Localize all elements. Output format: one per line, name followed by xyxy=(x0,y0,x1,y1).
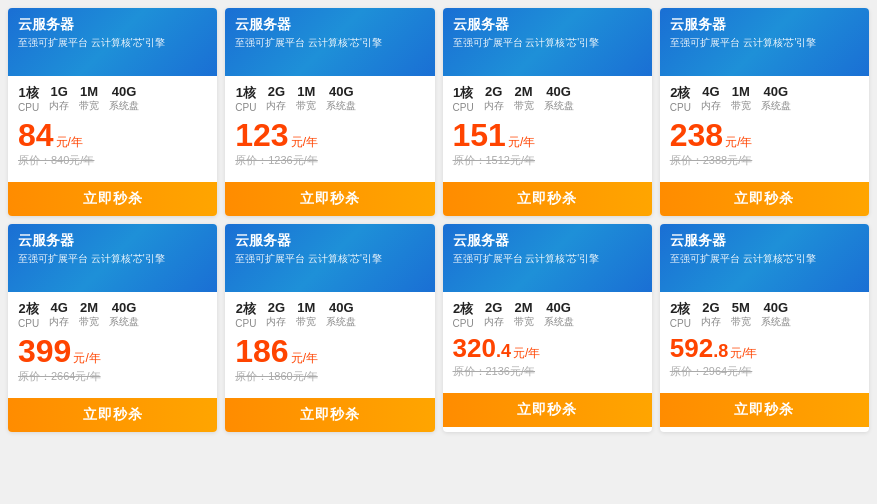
spec-label-1: 内存 xyxy=(701,99,721,113)
spec-value-3: 40G xyxy=(112,300,137,315)
spec-value-3: 40G xyxy=(112,84,137,99)
spec-item-1: 1G 内存 xyxy=(49,84,69,113)
price-main: 320 xyxy=(453,335,496,361)
card-header: 云服务器 至强可扩展平台 云计算核'芯'引擎 xyxy=(443,8,652,76)
card-body: 2核 CPU 2G 内存 2M 带宽 40G 系统盘 320 .4 元/年 原价… xyxy=(443,292,652,393)
spec-value-0: 1核 xyxy=(236,84,256,102)
card-3: 云服务器 至强可扩展平台 云计算核'芯'引擎 1核 CPU 2G 内存 2M 带… xyxy=(443,8,652,216)
card-title: 云服务器 xyxy=(453,16,642,34)
spec-label-0: CPU xyxy=(18,102,39,113)
card-body: 1核 CPU 2G 内存 1M 带宽 40G 系统盘 123 元/年 原价：12… xyxy=(225,76,434,182)
price-main: 592 xyxy=(670,335,713,361)
price-unit: 元/年 xyxy=(291,350,318,367)
original-price: 原价：2664元/年 xyxy=(18,369,207,384)
spec-item-2: 2M 带宽 xyxy=(79,300,99,329)
buy-button[interactable]: 立即秒杀 xyxy=(8,182,217,216)
price-unit: 元/年 xyxy=(508,134,535,151)
price-main: 399 xyxy=(18,335,71,367)
buy-button[interactable]: 立即秒杀 xyxy=(225,182,434,216)
original-price: 原价：1236元/年 xyxy=(235,153,424,168)
card-1: 云服务器 至强可扩展平台 云计算核'芯'引擎 1核 CPU 1G 内存 1M 带… xyxy=(8,8,217,216)
buy-button[interactable]: 立即秒杀 xyxy=(660,393,869,427)
spec-value-3: 40G xyxy=(546,84,571,99)
card-header: 云服务器 至强可扩展平台 云计算核'芯'引擎 xyxy=(660,8,869,76)
spec-item-3: 40G 系统盘 xyxy=(544,300,574,329)
spec-label-2: 带宽 xyxy=(79,99,99,113)
spec-label-2: 带宽 xyxy=(514,315,534,329)
spec-label-0: CPU xyxy=(670,102,691,113)
card-subtitle: 至强可扩展平台 云计算核'芯'引擎 xyxy=(18,36,207,50)
spec-item-2: 1M 带宽 xyxy=(296,84,316,113)
spec-item-0: 1核 CPU xyxy=(18,84,39,113)
card-header: 云服务器 至强可扩展平台 云计算核'芯'引擎 xyxy=(8,8,217,76)
spec-label-1: 内存 xyxy=(484,315,504,329)
card-header: 云服务器 至强可扩展平台 云计算核'芯'引擎 xyxy=(225,8,434,76)
spec-value-2: 2M xyxy=(515,84,533,99)
spec-value-2: 5M xyxy=(732,300,750,315)
spec-value-0: 2核 xyxy=(236,300,256,318)
card-header: 云服务器 至强可扩展平台 云计算核'芯'引擎 xyxy=(225,224,434,292)
price-row: 320 .4 元/年 xyxy=(453,335,642,362)
card-body: 2核 CPU 2G 内存 1M 带宽 40G 系统盘 186 元/年 原价：18… xyxy=(225,292,434,398)
buy-button[interactable]: 立即秒杀 xyxy=(443,393,652,427)
original-price: 原价：2136元/年 xyxy=(453,364,642,379)
spec-value-2: 1M xyxy=(297,300,315,315)
card-title: 云服务器 xyxy=(235,16,424,34)
price-row: 238 元/年 xyxy=(670,119,859,151)
buy-button[interactable]: 立即秒杀 xyxy=(225,398,434,432)
spec-item-3: 40G 系统盘 xyxy=(109,84,139,113)
spec-value-1: 2G xyxy=(485,84,502,99)
spec-item-0: 1核 CPU xyxy=(235,84,256,113)
spec-item-3: 40G 系统盘 xyxy=(544,84,574,113)
spec-label-2: 带宽 xyxy=(296,99,316,113)
card-body: 2核 CPU 4G 内存 1M 带宽 40G 系统盘 238 元/年 原价：23… xyxy=(660,76,869,182)
specs-row: 2核 CPU 2G 内存 5M 带宽 40G 系统盘 xyxy=(670,300,859,329)
spec-value-3: 40G xyxy=(764,300,789,315)
spec-label-0: CPU xyxy=(453,102,474,113)
card-body: 1核 CPU 2G 内存 2M 带宽 40G 系统盘 151 元/年 原价：15… xyxy=(443,76,652,182)
card-header: 云服务器 至强可扩展平台 云计算核'芯'引擎 xyxy=(443,224,652,292)
spec-label-2: 带宽 xyxy=(731,315,751,329)
spec-item-0: 2核 CPU xyxy=(453,300,474,329)
buy-button[interactable]: 立即秒杀 xyxy=(443,182,652,216)
spec-label-3: 系统盘 xyxy=(544,99,574,113)
spec-value-2: 1M xyxy=(297,84,315,99)
spec-value-2: 2M xyxy=(515,300,533,315)
spec-item-2: 2M 带宽 xyxy=(514,84,534,113)
card-subtitle: 至强可扩展平台 云计算核'芯'引擎 xyxy=(235,36,424,50)
original-price: 原价：1512元/年 xyxy=(453,153,642,168)
spec-item-1: 2G 内存 xyxy=(484,300,504,329)
spec-item-2: 1M 带宽 xyxy=(731,84,751,113)
spec-label-1: 内存 xyxy=(49,315,69,329)
specs-row: 2核 CPU 4G 内存 2M 带宽 40G 系统盘 xyxy=(18,300,207,329)
price-unit: 元/年 xyxy=(291,134,318,151)
spec-item-3: 40G 系统盘 xyxy=(326,84,356,113)
spec-label-0: CPU xyxy=(18,318,39,329)
spec-value-1: 2G xyxy=(702,300,719,315)
card-title: 云服务器 xyxy=(670,232,859,250)
buy-button[interactable]: 立即秒杀 xyxy=(660,182,869,216)
specs-row: 1核 CPU 2G 内存 1M 带宽 40G 系统盘 xyxy=(235,84,424,113)
price-main: 84 xyxy=(18,119,54,151)
spec-item-3: 40G 系统盘 xyxy=(761,300,791,329)
price-unit: 元/年 xyxy=(73,350,100,367)
spec-item-0: 2核 CPU xyxy=(235,300,256,329)
card-body: 1核 CPU 1G 内存 1M 带宽 40G 系统盘 84 元/年 原价：840… xyxy=(8,76,217,182)
spec-item-0: 2核 CPU xyxy=(18,300,39,329)
spec-label-3: 系统盘 xyxy=(109,99,139,113)
card-5: 云服务器 至强可扩展平台 云计算核'芯'引擎 2核 CPU 4G 内存 2M 带… xyxy=(8,224,217,432)
spec-value-1: 4G xyxy=(702,84,719,99)
spec-label-3: 系统盘 xyxy=(544,315,574,329)
spec-label-2: 带宽 xyxy=(514,99,534,113)
card-4: 云服务器 至强可扩展平台 云计算核'芯'引擎 2核 CPU 4G 内存 1M 带… xyxy=(660,8,869,216)
spec-label-0: CPU xyxy=(235,318,256,329)
spec-value-0: 2核 xyxy=(453,300,473,318)
spec-item-2: 1M 带宽 xyxy=(79,84,99,113)
spec-value-1: 2G xyxy=(485,300,502,315)
spec-value-1: 1G xyxy=(50,84,67,99)
spec-value-3: 40G xyxy=(546,300,571,315)
buy-button[interactable]: 立即秒杀 xyxy=(8,398,217,432)
card-body: 2核 CPU 2G 内存 5M 带宽 40G 系统盘 592 .8 元/年 原价… xyxy=(660,292,869,393)
card-title: 云服务器 xyxy=(18,232,207,250)
spec-label-2: 带宽 xyxy=(731,99,751,113)
